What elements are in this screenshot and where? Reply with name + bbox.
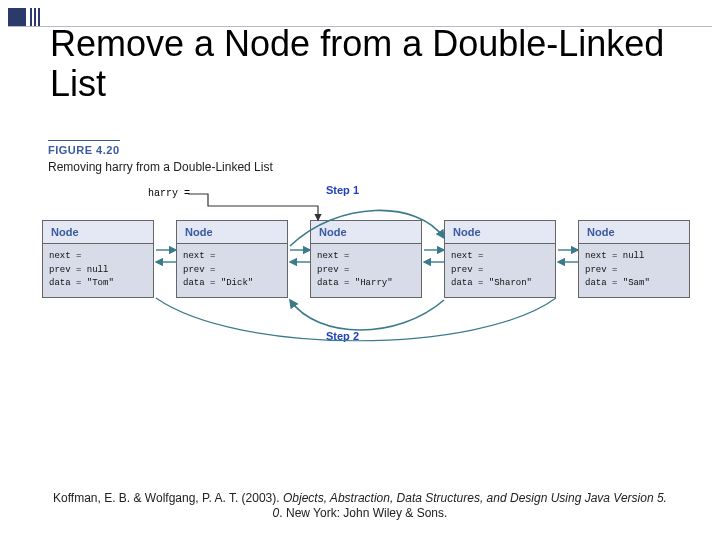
step-1-label: Step 1 xyxy=(326,184,359,196)
node-body: next = null prev = data = "Sam" xyxy=(579,244,689,297)
citation-part2: . New York: John Wiley & Sons. xyxy=(279,506,447,520)
node-prev: prev = xyxy=(317,264,415,278)
node-prev: prev = xyxy=(451,264,549,278)
node-next: next = xyxy=(317,250,415,264)
figure-rule xyxy=(48,140,120,141)
slide-corner-box xyxy=(8,8,26,26)
node-header: Node xyxy=(445,221,555,244)
node-data: data = "Dick" xyxy=(183,277,281,291)
node-header: Node xyxy=(579,221,689,244)
node-data: data = "Harry" xyxy=(317,277,415,291)
node-body: next = prev = data = "Dick" xyxy=(177,244,287,297)
node-next: next = null xyxy=(585,250,683,264)
node-header: Node xyxy=(311,221,421,244)
citation: Koffman, E. B. & Wolfgang, P. A. T. (200… xyxy=(50,491,670,522)
step-2-label: Step 2 xyxy=(326,330,359,342)
node-next: next = xyxy=(49,250,147,264)
figure-caption: Removing harry from a Double-Linked List xyxy=(48,160,273,174)
node-4: Node next = prev = data = "Sharon" xyxy=(444,220,556,298)
node-prev: prev = xyxy=(585,264,683,278)
node-body: next = prev = data = "Harry" xyxy=(311,244,421,297)
citation-part1: Koffman, E. B. & Wolfgang, P. A. T. (200… xyxy=(53,491,283,505)
node-1: Node next = prev = null data = "Tom" xyxy=(42,220,154,298)
node-body: next = prev = data = "Sharon" xyxy=(445,244,555,297)
node-header: Node xyxy=(43,221,153,244)
slide-corner-bars xyxy=(30,8,40,26)
node-next: next = xyxy=(183,250,281,264)
node-header: Node xyxy=(177,221,287,244)
slide-title: Remove a Node from a Double-Linked List xyxy=(50,24,720,103)
node-3: Node next = prev = data = "Harry" xyxy=(310,220,422,298)
node-data: data = "Tom" xyxy=(49,277,147,291)
node-2: Node next = prev = data = "Dick" xyxy=(176,220,288,298)
node-body: next = prev = null data = "Tom" xyxy=(43,244,153,297)
node-data: data = "Sharon" xyxy=(451,277,549,291)
node-5: Node next = null prev = data = "Sam" xyxy=(578,220,690,298)
harry-pointer-label: harry = xyxy=(148,188,190,199)
node-prev: prev = null xyxy=(49,264,147,278)
diagram: harry = Step 1 Step 2 Node next = prev =… xyxy=(38,180,698,360)
node-prev: prev = xyxy=(183,264,281,278)
figure-label: FIGURE 4.20 xyxy=(48,144,120,156)
node-data: data = "Sam" xyxy=(585,277,683,291)
node-next: next = xyxy=(451,250,549,264)
